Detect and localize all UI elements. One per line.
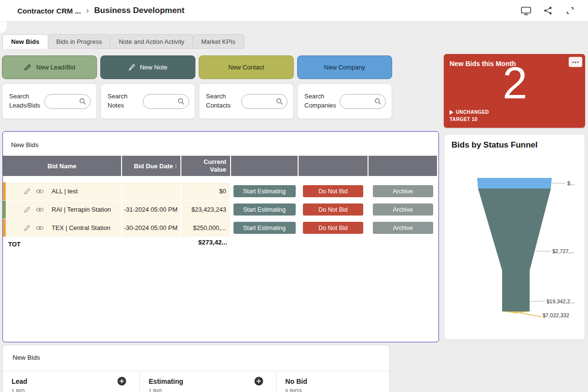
bid-name-cell: RAI | Terrapin Station	[3, 201, 121, 218]
archive-button[interactable]: Archive	[373, 203, 433, 216]
edit-icon[interactable]	[24, 188, 30, 194]
column-header-bid-due-date[interactable]: Bid Due Date ↑	[122, 156, 180, 176]
action-cell: Start Estimating	[231, 201, 298, 218]
expand-icon[interactable]	[565, 5, 575, 16]
search-label: Search Leads/Bids	[9, 92, 44, 110]
view-icon[interactable]	[36, 207, 44, 213]
tab-new-bids[interactable]: New Bids	[2, 34, 48, 49]
sheet-corner-decoration	[0, 21, 7, 33]
archive-button[interactable]: Archive	[373, 185, 433, 197]
new-bids-this-month-kpi-card: New Bids this Month 2 UNCHANGED TARGET 1…	[444, 54, 585, 128]
kanban-column-label: No Bid	[286, 378, 307, 385]
quick-action-row: New Lead/Bid New Note New Contact New Co…	[2, 55, 392, 79]
kanban-column-label: Lead	[12, 378, 27, 385]
sort-ascending-icon: ↑	[175, 162, 178, 170]
table-row: RAI | Terrapin Station -31-2024 05:00 PM…	[3, 201, 437, 218]
tab-note-and-action-activity[interactable]: Note and Action Activity	[110, 34, 193, 49]
column-header-current-value[interactable]: Current Value	[181, 156, 230, 176]
new-lead-bid-button[interactable]: New Lead/Bid	[2, 55, 97, 79]
funnel-stage-3[interactable]	[502, 270, 530, 311]
funnel-stage-label: $19,342,2...	[547, 298, 574, 304]
funnel-stage-label: $2,727,...	[552, 248, 574, 254]
kanban-columns: Lead 1 BID Estimating 1 BID No Bid 0 BID…	[3, 371, 389, 392]
search-icon	[79, 98, 86, 105]
funnel-stage-2[interactable]	[478, 189, 551, 270]
total-value: $273,42...	[181, 239, 227, 246]
action-button-label: New Lead/Bid	[36, 64, 75, 71]
kpi-target: TARGET 10	[450, 117, 478, 122]
writing-hand-icon	[24, 63, 32, 72]
row-status-accent-bar	[3, 182, 6, 200]
action-cell: Do Not Bid	[299, 182, 368, 200]
bid-current-value-cell: $250,000,...	[181, 219, 230, 237]
search-card-leads-bids: Search Leads/Bids	[2, 83, 97, 119]
column-header-actions-1	[231, 156, 298, 176]
funnel-stage-label: $...	[567, 180, 574, 186]
table-header: Bid Name Bid Due Date ↑ Current Value	[3, 156, 437, 176]
table-card-title: New Bids	[11, 141, 39, 149]
new-company-button[interactable]: New Company	[297, 55, 392, 79]
new-contact-button[interactable]: New Contact	[199, 55, 294, 79]
action-cell: Archive	[369, 182, 437, 200]
kanban-column-lead: Lead 1 BID	[3, 371, 139, 392]
do-not-bid-button[interactable]: Do Not Bid	[303, 203, 363, 216]
edit-icon[interactable]	[24, 225, 30, 231]
funnel-stage-1[interactable]	[477, 178, 552, 189]
start-estimating-button[interactable]: Start Estimating	[233, 222, 296, 234]
table-row: ALL | test $0 Start Estimating Do Not Bi…	[3, 182, 437, 200]
search-icon	[276, 98, 283, 105]
kpi-status: UNCHANGED	[450, 109, 489, 115]
action-cell: Do Not Bid	[299, 201, 368, 218]
column-header-label: Bid Due Date	[134, 162, 173, 170]
kanban-card-title: New Bids	[13, 354, 40, 361]
presentation-icon[interactable]	[520, 5, 531, 16]
bid-name: ALL | test	[52, 188, 78, 195]
view-icon[interactable]	[36, 225, 44, 231]
funnel-chart	[444, 135, 586, 340]
tab-bids-in-progress[interactable]: Bids in Progress	[48, 34, 111, 49]
action-cell: Do Not Bid	[299, 219, 368, 237]
do-not-bid-button[interactable]: Do Not Bid	[303, 222, 363, 234]
table-row: TEX | Central Station -30-2024 05:00 PM …	[3, 219, 437, 237]
funnel-stage-label: $7,022,332	[543, 312, 569, 318]
edit-icon[interactable]	[24, 206, 30, 213]
bid-name-cell: ALL | test	[3, 182, 121, 200]
new-note-button[interactable]: New Note	[100, 55, 195, 79]
share-icon[interactable]	[543, 5, 553, 16]
kanban-column-no-bid: No Bid 0 BIDS	[276, 371, 389, 392]
table-body: ALL | test $0 Start Estimating Do Not Bi…	[3, 182, 437, 237]
trend-unchanged-icon	[450, 110, 453, 115]
add-bid-button[interactable]	[254, 377, 263, 386]
column-header-actions-2	[299, 156, 368, 176]
archive-button[interactable]: Archive	[373, 222, 433, 234]
row-status-accent-bar	[3, 201, 6, 218]
topbar-icon-group	[520, 5, 575, 16]
do-not-bid-button[interactable]: Do Not Bid	[303, 185, 363, 197]
kanban-column-count: 1 BID	[149, 389, 276, 392]
funnel-stage-4[interactable]	[503, 311, 529, 313]
action-cell: Archive	[369, 219, 437, 237]
start-estimating-button[interactable]: Start Estimating	[233, 185, 296, 197]
tab-market-kpis[interactable]: Market KPIs	[192, 34, 244, 49]
search-row: Search Leads/Bids Search Notes Search Co…	[2, 83, 392, 119]
search-card-contacts: Search Contacts	[199, 83, 294, 119]
column-header-bid-name[interactable]: Bid Name	[3, 156, 121, 176]
kanban-column-estimating: Estimating 1 BID	[139, 371, 276, 392]
bids-by-status-funnel-card: Bids by Status Funnel $... $2,727,... $1…	[444, 134, 585, 340]
breadcrumb-app-title[interactable]: Contractor CRM ...	[17, 7, 81, 15]
start-estimating-button[interactable]: Start Estimating	[233, 203, 296, 216]
new-bids-kanban-card: New Bids Lead 1 BID Estimating 1 BID No …	[2, 345, 390, 392]
action-button-label: New Contact	[228, 64, 264, 71]
kanban-column-count: 1 BID	[12, 389, 139, 392]
view-icon[interactable]	[36, 189, 44, 194]
bid-name: TEX | Central Station	[52, 224, 110, 231]
search-label: Search Companies	[304, 92, 340, 110]
kanban-column-count: 0 BIDS	[286, 389, 389, 392]
add-bid-button[interactable]	[117, 377, 126, 386]
bid-name-cell: TEX | Central Station	[3, 219, 121, 237]
table-footer: TOT $273,42...	[3, 239, 234, 248]
column-header-actions-3	[369, 156, 437, 176]
search-label: Search Notes	[108, 92, 143, 110]
search-card-notes: Search Notes	[100, 83, 195, 119]
total-label: TOT	[8, 241, 21, 248]
